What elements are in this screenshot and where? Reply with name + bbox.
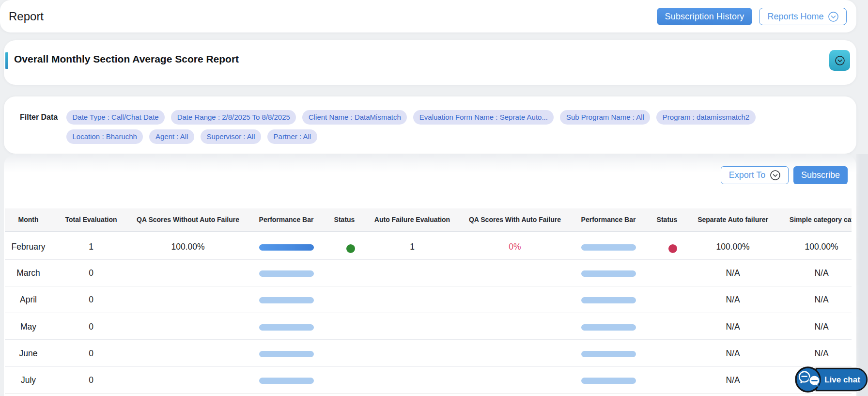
svg-text:Live chat: Live chat <box>824 375 860 384</box>
